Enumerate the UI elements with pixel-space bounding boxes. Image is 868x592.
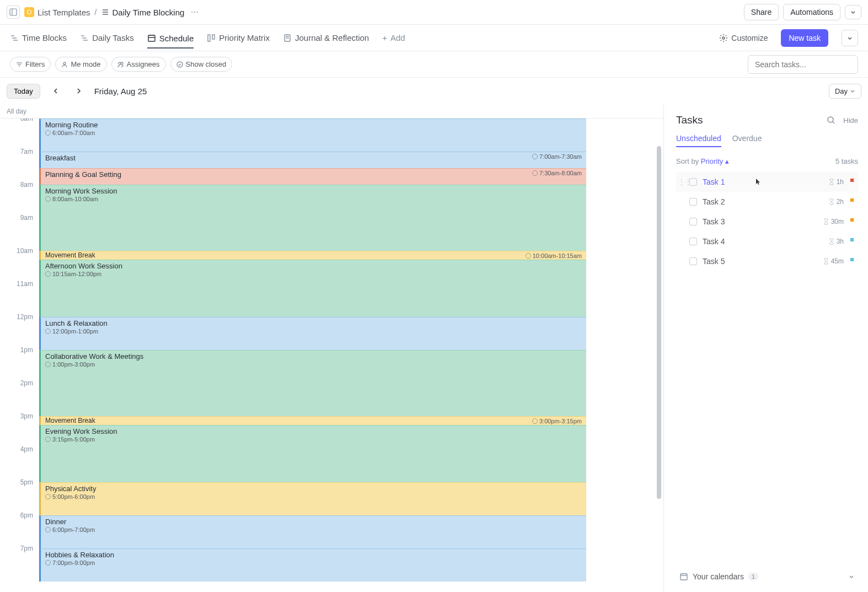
scrollbar-thumb[interactable] [657, 146, 661, 499]
time-label: 5pm [20, 478, 33, 486]
clock-icon [45, 494, 51, 499]
calendar-event[interactable]: Morning Work Session8:00am-10:00am [39, 185, 586, 251]
timeline[interactable]: 6am7am8am9am10am11am12pm1pm2pm3pm4pm5pm6… [0, 119, 663, 592]
event-title: Morning Routine [45, 121, 582, 129]
calendars-count: 1 [748, 573, 758, 580]
task-name: Task 2 [703, 197, 823, 206]
calendar-event[interactable]: Physical Activity5:00pm-6:00pm [39, 482, 586, 515]
show-closed-label: Show closed [186, 60, 227, 68]
search-icon[interactable] [827, 116, 835, 125]
task-duration: 1h [829, 178, 844, 186]
add-view-button[interactable]: + Add [382, 28, 405, 48]
breadcrumb-current-label: Daily Time Blocking [112, 8, 185, 17]
calendar-event[interactable]: Breakfast7:00am-7:30am [39, 152, 586, 168]
task-item[interactable]: ⋮⋮Task 22h [676, 192, 858, 212]
task-duration: 45m [823, 257, 844, 265]
automations-dropdown[interactable] [845, 5, 861, 19]
clock-icon [45, 437, 51, 442]
topbar-left: List Templates / Daily Time Blocking ⋯ [7, 6, 744, 19]
sidebar-toggle-button[interactable] [7, 6, 20, 19]
search-input[interactable] [748, 55, 858, 74]
tab-schedule[interactable]: Schedule [147, 28, 194, 49]
time-label: 3pm [20, 412, 33, 420]
view-range-selector[interactable]: Day [829, 84, 861, 99]
show-closed-button[interactable]: Show closed [170, 57, 233, 72]
task-checkbox[interactable] [689, 257, 697, 265]
hourglass-icon [829, 238, 834, 245]
tab-priority-matrix[interactable]: Priority Matrix [207, 28, 270, 48]
task-item[interactable]: ⋮⋮Task 330m [676, 212, 858, 232]
tab-label: Time Blocks [22, 33, 67, 42]
task-checkbox[interactable] [689, 198, 697, 206]
calendar-event[interactable]: Collaborative Work & Meetings1:00pm-3:00… [39, 350, 586, 416]
tab-time-blocks[interactable]: Time Blocks [10, 28, 67, 48]
clock-icon [526, 253, 531, 259]
event-time: 6:00am-7:00am [45, 130, 582, 136]
tab-journal[interactable]: Journal & Reflection [283, 28, 369, 48]
calendar-event[interactable]: Evening Work Session3:15pm-5:00pm [39, 425, 586, 482]
time-gutter: 6am7am8am9am10am11am12pm1pm2pm3pm4pm5pm6… [0, 119, 39, 582]
calendar-event[interactable]: Dinner6:00pm-7:00pm [39, 515, 586, 548]
customize-label: Customize [731, 34, 768, 42]
new-task-dropdown[interactable] [842, 30, 858, 46]
calendar-icon [147, 34, 156, 42]
hourglass-icon [829, 198, 834, 205]
automations-button[interactable]: Automations [783, 4, 840, 20]
next-day-button[interactable] [71, 85, 87, 96]
task-duration: 30m [823, 218, 844, 225]
svg-point-27 [121, 62, 123, 64]
chevron-down-icon [850, 88, 855, 94]
event-title: Movement Break [45, 251, 582, 260]
task-checkbox[interactable] [689, 178, 697, 186]
task-item[interactable]: ⋮⋮Task 43h [676, 232, 858, 251]
share-button[interactable]: Share [744, 4, 779, 20]
chevron-down-icon [846, 35, 853, 41]
tab-unscheduled[interactable]: Unscheduled [676, 134, 721, 147]
assignees-label: Assignees [127, 60, 160, 68]
svg-point-2 [28, 10, 31, 14]
task-item[interactable]: ⋮⋮Task 545m [676, 251, 858, 271]
prev-day-button[interactable] [48, 85, 63, 96]
calendar-event[interactable]: Movement Break3:00pm-3:15pm [39, 416, 586, 425]
calendar-event[interactable]: Movement Break10:00am-10:15am [39, 251, 586, 260]
task-name: Task 3 [703, 217, 818, 226]
customize-button[interactable]: Customize [719, 34, 768, 42]
new-task-button[interactable]: New task [781, 29, 828, 47]
filter-icon [16, 61, 23, 68]
tab-overdue[interactable]: Overdue [732, 134, 762, 147]
flag-icon [849, 257, 856, 265]
breadcrumb-current[interactable]: Daily Time Blocking [101, 8, 185, 17]
chevron-down-icon [850, 9, 856, 15]
calendar-event[interactable]: Hobbies & Relaxation7:00pm-9:00pm [39, 548, 586, 582]
gantt-icon [80, 34, 89, 42]
calendar-event[interactable]: Lunch & Relaxation12:00pm-1:00pm [39, 317, 586, 350]
time-label: 7am [20, 148, 33, 155]
drag-handle-icon[interactable]: ⋮⋮ [678, 178, 684, 186]
task-list: ⋮⋮Task 11h⋮⋮Task 22h⋮⋮Task 330m⋮⋮Task 43… [676, 172, 858, 271]
calendar-event[interactable]: Morning Routine6:00am-7:00am [39, 119, 586, 152]
breadcrumb-parent[interactable]: List Templates [24, 7, 90, 17]
hide-button[interactable]: Hide [843, 116, 858, 125]
clock-icon [45, 329, 51, 334]
add-label: Add [390, 33, 405, 42]
event-title: Evening Work Session [45, 427, 582, 435]
task-item[interactable]: ⋮⋮Task 11h [676, 172, 858, 192]
task-checkbox[interactable] [689, 218, 697, 225]
filters-button[interactable]: Filters [10, 57, 51, 72]
gantt-icon [10, 34, 19, 42]
today-button[interactable]: Today [7, 84, 40, 99]
more-menu-button[interactable]: ⋯ [189, 6, 201, 19]
tab-label: Daily Tasks [92, 33, 134, 42]
tab-daily-tasks[interactable]: Daily Tasks [80, 28, 134, 48]
task-checkbox[interactable] [689, 238, 697, 245]
your-calendars-toggle[interactable]: Your calendars 1 [676, 564, 858, 592]
sort-button[interactable]: Priority ▴ [701, 157, 729, 165]
task-name: Task 5 [703, 257, 818, 266]
calendar-event[interactable]: Planning & Goal Setting7:30am-8:00am [39, 168, 586, 185]
assignees-button[interactable]: Assignees [111, 57, 166, 72]
svg-point-28 [177, 62, 183, 67]
chevron-left-icon [52, 88, 59, 94]
calendar-event[interactable]: Afternoon Work Session10:15am-12:00pm [39, 260, 586, 317]
me-mode-button[interactable]: Me mode [55, 57, 106, 72]
svg-point-25 [63, 62, 66, 64]
